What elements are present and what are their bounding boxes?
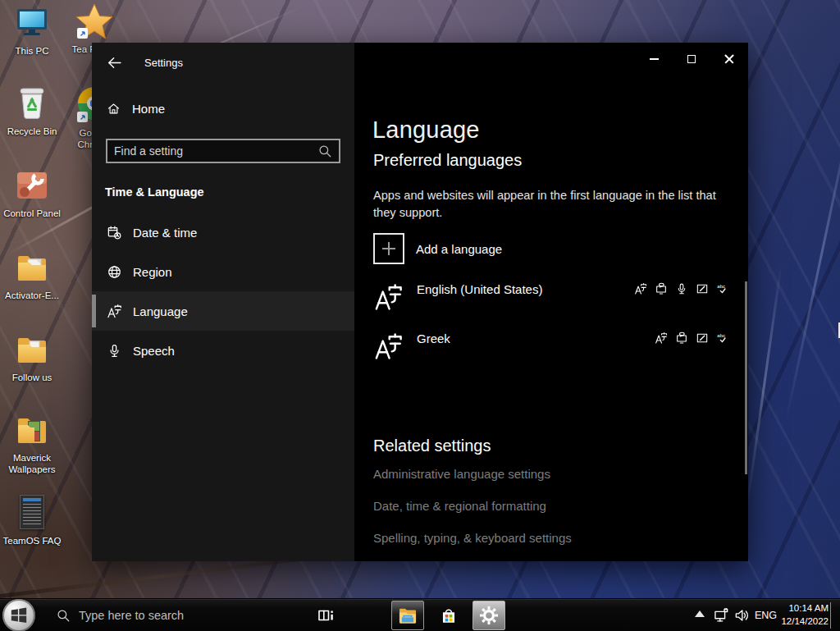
language-name: Greek — [417, 332, 450, 345]
tray-date: 12/14/2022 — [778, 615, 829, 629]
link-spelling-typing-keyboard-settings[interactable]: Spelling, typing, & keyboard settings — [373, 531, 572, 545]
display-language-icon — [634, 282, 647, 295]
desktop-icon-this-pc[interactable]: This PC — [1, 5, 63, 57]
desktop-icon-follow-us[interactable]: Follow us — [1, 332, 63, 383]
home-icon — [107, 102, 121, 116]
gear-icon — [478, 605, 500, 626]
tray-input-language[interactable]: ENG — [755, 610, 777, 621]
link-date-time-regional-formatting[interactable]: Date, time & regional formatting — [373, 499, 546, 513]
taskbar: ENG 10:14 AM 12/14/2022 — [0, 598, 840, 631]
desktop-icon-teamos-faq[interactable]: TeamOS FAQ — [1, 494, 63, 546]
task-view-button[interactable] — [315, 606, 336, 625]
desktop-icon-label: Maverick Wallpapers — [1, 452, 63, 476]
page-title: Language — [372, 117, 480, 144]
sidebar-section-title: Time & Language — [105, 185, 354, 199]
sidebar-item-label: Region — [133, 265, 172, 279]
desktop-screen: This PC Recycle Bin Control Panel — [0, 0, 840, 631]
wallpaper-thread — [746, 263, 783, 507]
taskbar-store-button[interactable] — [432, 601, 465, 630]
microsoft-store-icon — [438, 605, 459, 626]
shortcut-arrow-icon — [77, 112, 88, 122]
language-icon — [373, 282, 404, 313]
settings-search-input[interactable] — [107, 144, 317, 158]
text-document-icon — [14, 495, 50, 531]
preferred-languages-description: Apps and websites will appear in the fir… — [373, 187, 728, 222]
tray-show-hidden-icons-chevron[interactable] — [695, 610, 705, 617]
language-name: English (United States) — [417, 282, 542, 296]
desktop-icon-control-panel[interactable]: Control Panel — [1, 167, 63, 219]
desktop-icon-label: This PC — [1, 45, 63, 57]
folder-doc-icon — [14, 249, 50, 286]
network-tray-icon[interactable] — [713, 607, 729, 624]
wallpaper-thread — [784, 85, 840, 423]
desktop-icon-recycle-bin[interactable]: Recycle Bin — [1, 85, 63, 137]
language-feature-icons — [634, 282, 729, 295]
taskbar-search-input[interactable] — [79, 606, 251, 625]
window-title: Settings — [144, 57, 183, 69]
close-icon — [724, 54, 734, 64]
windows-logo-icon — [8, 605, 30, 626]
language-row-greek[interactable]: Greek — [373, 330, 729, 362]
desktop-icon-label: Recycle Bin — [1, 126, 63, 137]
close-button[interactable] — [710, 43, 748, 75]
content-scrollbar[interactable] — [745, 281, 747, 474]
shortcut-arrow-icon — [77, 28, 88, 39]
sidebar-nav: Date & time Region Language Speech — [92, 213, 354, 370]
maximize-icon — [687, 55, 696, 63]
desktop-icon-maverick-wallpapers[interactable]: Maverick Wallpapers — [1, 412, 63, 476]
desktop-icon-label: TeamOS FAQ — [1, 535, 63, 546]
speech-recognition-icon — [675, 282, 688, 295]
window-controls — [635, 43, 748, 75]
tray-clock[interactable]: 10:14 AM 12/14/2022 — [778, 602, 829, 628]
globe-icon — [107, 264, 122, 280]
language-row-english[interactable]: English (United States) — [373, 281, 729, 313]
add-language-label: Add a language — [416, 242, 502, 256]
text-to-speech-icon — [655, 282, 668, 295]
tray-time: 10:14 AM — [778, 602, 829, 615]
file-explorer-icon — [397, 605, 418, 626]
sidebar-item-date-time[interactable]: Date & time — [92, 213, 354, 252]
maximize-button[interactable] — [673, 43, 710, 75]
taskbar-file-explorer-button[interactable] — [391, 601, 424, 630]
sidebar-item-region[interactable]: Region — [92, 252, 354, 291]
desktop-icon-activator[interactable]: Activator-E... — [1, 249, 63, 301]
back-button[interactable] — [105, 53, 123, 71]
plus-icon — [373, 233, 404, 264]
volume-tray-icon[interactable] — [733, 607, 750, 624]
desktop-icon-label: Control Panel — [1, 208, 63, 219]
handwriting-icon — [696, 282, 709, 295]
minimize-button[interactable] — [635, 43, 673, 75]
settings-window: Settings Home Time & Language Date & tim… — [92, 43, 748, 561]
star-shortcut-icon — [76, 3, 112, 39]
settings-content: Language Preferred languages Apps and we… — [354, 43, 748, 561]
microphone-icon — [107, 343, 122, 359]
home-label: Home — [132, 102, 165, 116]
taskbar-settings-button[interactable] — [472, 601, 505, 630]
basic-typing-icon — [716, 282, 729, 295]
display-language-icon — [655, 332, 668, 345]
recycle-bin-icon — [14, 85, 50, 121]
search-icon[interactable] — [317, 144, 332, 158]
sidebar-item-speech[interactable]: Speech — [92, 331, 354, 370]
control-panel-icon — [14, 167, 50, 203]
sidebar-item-label: Language — [133, 304, 188, 318]
start-button[interactable] — [2, 599, 35, 631]
basic-typing-icon — [716, 332, 729, 345]
settings-sidebar: Settings Home Time & Language Date & tim… — [92, 43, 354, 561]
calendar-clock-icon — [107, 225, 122, 240]
text-to-speech-icon — [675, 332, 688, 345]
monitor-icon — [14, 5, 50, 41]
sidebar-item-label: Date & time — [133, 226, 197, 240]
related-settings-heading: Related settings — [373, 437, 491, 455]
show-desktop-button[interactable] — [831, 599, 840, 631]
taskbar-search-icon[interactable] — [56, 608, 71, 623]
language-icon — [107, 304, 122, 319]
sidebar-item-home[interactable]: Home — [92, 94, 354, 123]
link-administrative-language-settings[interactable]: Administrative language settings — [373, 467, 550, 481]
folder-image-icon — [14, 412, 50, 448]
settings-search-box[interactable] — [106, 139, 340, 163]
add-language-button[interactable]: Add a language — [373, 233, 502, 264]
language-icon — [373, 332, 404, 362]
sidebar-item-language[interactable]: Language — [92, 291, 354, 331]
handwriting-icon — [696, 332, 709, 345]
